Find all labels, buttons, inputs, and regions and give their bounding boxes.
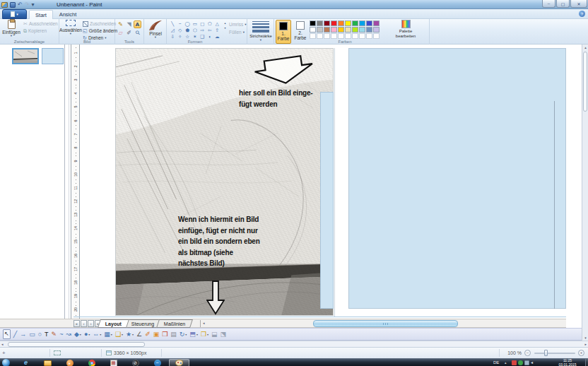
empty-color-slot[interactable] [373, 33, 380, 39]
block-arrows-icon[interactable]: ⇔ [93, 330, 99, 338]
align-icon[interactable]: ⬒ [189, 330, 196, 338]
page-thumbnail-1[interactable] [12, 48, 39, 64]
chevron-down-icon[interactable]: ▾ [122, 333, 123, 336]
shape-icon[interactable]: ╲ [169, 20, 177, 27]
shape-icon[interactable]: ▢ [199, 20, 206, 27]
color-swatch[interactable] [366, 20, 372, 26]
paste-button[interactable]: Einfügen ▾ [1, 20, 21, 37]
color-swatch[interactable] [366, 27, 372, 33]
connector-icon[interactable]: ↝ [66, 330, 71, 338]
select-cursor-icon[interactable]: ↖ [3, 329, 11, 339]
page-tab-layout[interactable]: Layout [98, 319, 129, 328]
next-page-icon[interactable]: › [88, 320, 94, 327]
symbol-shapes-icon[interactable]: ● [84, 330, 88, 338]
shape-icon[interactable]: ❑ [199, 33, 206, 40]
select-button[interactable]: Auswählen ▾ [61, 20, 81, 35]
color-swatch[interactable] [345, 27, 351, 33]
color-swatch[interactable] [345, 20, 351, 26]
color-swatch[interactable] [331, 20, 337, 26]
paint-app-icon[interactable] [1, 2, 8, 8]
text-icon[interactable]: T [45, 330, 49, 338]
chevron-down-icon[interactable]: ▾ [100, 333, 101, 336]
redo-icon[interactable]: ↷ [25, 1, 30, 8]
color-swatch[interactable] [317, 27, 323, 33]
color-swatch[interactable] [338, 27, 344, 33]
page-tab-maßlinien[interactable]: Maßlinien [156, 319, 193, 328]
close-button[interactable]: ✕ [570, 0, 587, 8]
shape-icon[interactable]: ⇨ [199, 27, 206, 33]
gallery2-icon[interactable]: ▤ [170, 330, 177, 338]
copy-button[interactable]: ⧉ Kopieren [23, 28, 47, 34]
save-icon[interactable] [10, 2, 16, 8]
shape-icon[interactable]: ☁ [213, 33, 221, 40]
zoom-slider-thumb[interactable] [544, 350, 548, 356]
brush-button[interactable]: Pinsel ▾ [146, 20, 165, 39]
color-swatch[interactable] [359, 20, 365, 26]
empty-color-slot[interactable] [331, 33, 337, 39]
scroll-up-icon[interactable]: ▴ [582, 45, 588, 49]
action-center-icon[interactable] [512, 360, 517, 365]
crop-button[interactable]: Zuschneiden [83, 20, 116, 27]
shape-icon[interactable]: ◇ [177, 27, 184, 33]
zoom-slider-track[interactable] [534, 353, 575, 354]
line-icon[interactable]: ╱ [13, 330, 17, 338]
tab-splitter[interactable] [200, 320, 201, 327]
glue-points-icon[interactable]: ✐ [145, 330, 151, 338]
language-indicator[interactable]: DE [493, 360, 499, 365]
chevron-down-icon[interactable]: ▾ [196, 333, 198, 336]
shape-icon[interactable]: ☆ [184, 33, 192, 40]
extrusion-icon[interactable]: ⬓ [211, 330, 218, 338]
gallery-icon[interactable]: ▣ [153, 330, 160, 338]
color-swatch[interactable] [324, 27, 330, 33]
taskbar-wmp[interactable] [59, 359, 80, 366]
edit-palette-button[interactable]: Palette bearbeiten [392, 20, 420, 39]
shape-icon[interactable]: ◿ [169, 27, 177, 33]
file-menu-button[interactable]: ▾ [2, 9, 27, 19]
start-button[interactable] [2, 359, 10, 366]
color-swatch[interactable] [373, 20, 380, 26]
taskbar-paint[interactable] [169, 359, 189, 366]
clock[interactable]: 11:25 03.01.2015 [551, 359, 584, 366]
color1-button[interactable]: 1. Farbe [276, 20, 291, 44]
empty-color-slot[interactable] [366, 33, 372, 39]
help-icon[interactable]: ? [579, 11, 585, 17]
rectangle-icon[interactable]: ▭ [29, 330, 35, 338]
chevron-down-icon[interactable]: ▾ [88, 333, 90, 336]
color-swatch[interactable] [359, 27, 365, 33]
shape-icon[interactable]: ⬠ [206, 20, 214, 27]
scroll-left-icon[interactable]: ◂ [203, 321, 205, 325]
empty-color-slot[interactable] [359, 33, 365, 39]
vertical-scrollbar-thumb[interactable] [583, 52, 587, 112]
color-swatch[interactable] [317, 20, 323, 26]
vertical-scrollbar[interactable]: ▴ ▾ [582, 45, 588, 341]
undo-icon[interactable]: ↶ [18, 1, 23, 8]
taskbar-explorer[interactable] [37, 359, 58, 366]
shape-icon[interactable]: ⇦ [206, 27, 214, 33]
freeform-icon[interactable]: ✎ [52, 330, 57, 338]
empty-color-slot[interactable] [345, 33, 351, 39]
shape-icon[interactable]: ✧ [177, 33, 184, 40]
tray-expand-icon[interactable]: ▴ [505, 360, 507, 365]
stars-icon[interactable]: ★ [126, 330, 131, 338]
volume-icon[interactable]: ◂ [531, 360, 536, 365]
prev-page-icon[interactable]: ‹ [81, 320, 87, 327]
ellipse-icon[interactable]: ○ [38, 330, 42, 338]
tab-start[interactable]: Start [29, 10, 53, 19]
minimize-button[interactable]: – [542, 0, 555, 8]
color2-button[interactable]: 2. Farbe [293, 20, 308, 44]
empty-color-slot[interactable] [338, 33, 344, 39]
shape-icon[interactable]: ▭ [192, 20, 199, 27]
shape-icon[interactable]: ⬡ [192, 27, 199, 33]
first-page-icon[interactable]: « [74, 320, 80, 327]
tab-ansicht[interactable]: Ansicht [54, 10, 81, 19]
arrange-icon[interactable]: ❐ [201, 330, 206, 338]
shapes-scroll-up-icon[interactable]: ▴ [224, 21, 225, 25]
shape-icon[interactable]: ~ [177, 20, 184, 27]
stroke-width-button[interactable]: Strichstärke ▾ [248, 20, 274, 42]
empty-color-slot[interactable] [352, 33, 358, 39]
pencil-tool-icon[interactable]: ✎ [117, 20, 124, 28]
curve-icon[interactable]: ~ [59, 330, 63, 338]
empty-color-slot[interactable] [317, 33, 323, 39]
horizontal-scrollbar[interactable]: ◂ ▸ [0, 341, 588, 347]
color-swatch[interactable] [352, 27, 358, 33]
